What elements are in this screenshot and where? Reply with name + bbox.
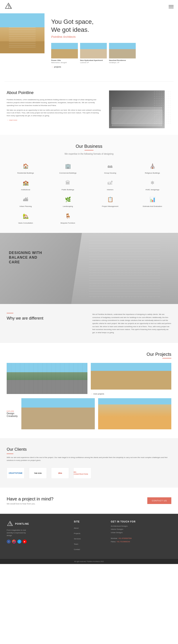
footer-brand-name: POINTLINE [15,523,29,525]
footer-logo: POINTLINE [7,520,67,527]
footer-facebook-icon[interactable]: f [7,540,11,544]
clients-section: Our Clients With our aim and experience … [0,438,178,488]
service-icon: 📋 [106,195,115,204]
thumb-image-3 [109,43,136,58]
service-label: HVAC designings [145,189,159,191]
project-card-1[interactable] [7,363,87,395]
about-title: About Pointline [7,90,102,95]
hero-section: f t in ▶ You Got space, We got ideas. Po… [0,13,178,79]
why-accent-line [7,313,13,313]
header [0,0,178,13]
about-text: About Pointline Pointline Architects, a … [7,90,102,128]
hero-building-image [0,13,45,53]
project-thumb-3[interactable]: Naushad Residence Gorakhpur, UP [109,43,136,64]
service-item: 🏡 Vastu Consultation [7,212,45,224]
read-more-link[interactable]: read more [7,119,102,121]
service-item: 🪑 Bespoke Furniture [49,212,87,224]
blueprint-decoration [153,90,171,124]
about-section: About Pointline Pointline Architects, a … [0,84,178,135]
about-image-area [109,90,171,128]
balance-title: DESIGNING WITH BALANCE AND CARE [9,251,42,264]
service-label: Bespoke Furniture [61,222,75,224]
clients-accent [7,454,13,454]
service-item: ⛪ Religious Buildings [133,162,171,174]
service-item: 🏙 Urban Planning [7,195,45,207]
service-icon: 🏙 [21,195,30,204]
footer: POINTLINE From imagination to real seren… [0,514,178,559]
client-logos: CRAFTSTONETHE ICONJinsBG CONSTRUCTION [7,468,171,479]
balance-text: DESIGNING WITH BALANCE AND CARE [9,251,42,264]
footer-social: f 📷 t ▶ [7,540,67,544]
client-logo: THE ICON [29,468,47,479]
service-item: 🏫 Institutional [7,178,45,191]
service-icon: 🏡 [21,212,30,221]
footer-nav-item[interactable]: About [74,526,104,530]
service-item: 🏘 Group Housing [91,162,129,174]
project-mind-subtitle: We would love to hear from you. [7,503,53,505]
why-different-section: Why we are different We at Pointline Arc… [0,304,178,343]
footer-twitter-icon[interactable]: t [17,540,21,544]
about-para2: We take our projects as an opportunity t… [7,109,102,117]
footer-instagram-icon[interactable]: 📷 [12,540,16,544]
footer-youtube-icon[interactable]: ▶ [23,540,27,544]
projects-link[interactable]: projects [51,66,171,68]
logo-icon [5,2,13,10]
thumb-image-2 [80,43,107,58]
hero-subtitle: Pointline Architects [51,35,171,38]
menu-button[interactable] [169,5,173,8]
service-icon: 🪑 [63,212,72,221]
project-mind-section: Have a project in mind? We would love to… [0,488,178,514]
service-item: 🏛 Public Buildings [49,178,87,191]
footer-nav-item[interactable]: Contact [74,547,104,551]
project-image-3 [21,398,95,429]
project-thumbnails: Param Villa Mahomahon, Asmgarh New Hyder… [51,43,171,64]
service-label: Public Buildings [62,189,74,191]
footer-services-list: Architectural Designs Interior Designs U… [111,525,171,534]
footer-contact-title: GET IN TOUCH FOR [111,520,171,523]
service-label: Residential Buildings [17,172,34,174]
service-label: Estimate And Evaluation [143,205,162,207]
footer-logo-icon [7,520,13,527]
projects-row2: explore Design Creatively. [7,398,171,429]
footer-nav-list: AboutProjectsServicesTeamContact [74,526,104,551]
service-icon: 🛋 [106,178,115,187]
contact-button[interactable]: CONTACT US [147,497,171,504]
business-section: Our Business We expertise in the followi… [0,135,178,233]
project-card-3[interactable] [21,398,95,429]
footer-nav-item[interactable]: Services [74,536,104,540]
explore-text: explore Design Creatively. [7,408,18,420]
project-image-4 [98,398,171,429]
project-card-2[interactable] [91,363,171,390]
footer-nav-item[interactable]: Team [74,542,104,546]
service-label: Project Management [102,205,118,207]
clients-description: With our aim and experience client is th… [7,456,171,462]
project-mind-title: Have a project in mind? [7,496,53,502]
footer-copyright: All right reserved. Pointline Architects… [0,559,178,564]
projects-section: Our Projects more projects explore Desig… [0,343,178,438]
footer-nav-item[interactable]: Projects [74,531,104,535]
projects-header: Our Projects [7,352,171,358]
logo[interactable] [5,2,13,11]
service-label: Vastu Consultation [18,222,33,224]
footer-logo-section: POINTLINE From imagination to real seren… [7,520,67,552]
service-label: Urban Planning [19,205,32,207]
why-right: We at Pointline Architects, understand t… [92,313,171,334]
project-card-4[interactable] [98,398,171,429]
project-thumb-1[interactable]: Param Villa Mahomahon, Asmgarh [51,43,78,64]
project-thumb-2[interactable]: New Hyderabad Apartment Lucknow UP [80,43,107,64]
service-label: Landscaping [63,205,73,207]
service-icon: 📊 [148,195,157,204]
more-projects-link[interactable]: more projects [91,393,171,395]
why-title: Why we are different [7,316,86,321]
project-card-group-right: more projects [91,363,171,395]
client-logo: CRAFTSTONE [7,468,25,479]
why-left: Why we are different [7,313,86,334]
service-label: Group Housing [104,172,116,174]
service-item: 🌿 Landscaping [49,195,87,207]
service-icon: 🏠 [21,162,30,171]
service-icon: 🏘 [106,162,115,171]
service-item: ❄ HVAC designings [133,178,171,191]
service-label: Institutional [21,189,30,191]
service-label: Interiors [107,189,113,191]
service-item: 📊 Estimate And Evaluation [133,195,171,207]
